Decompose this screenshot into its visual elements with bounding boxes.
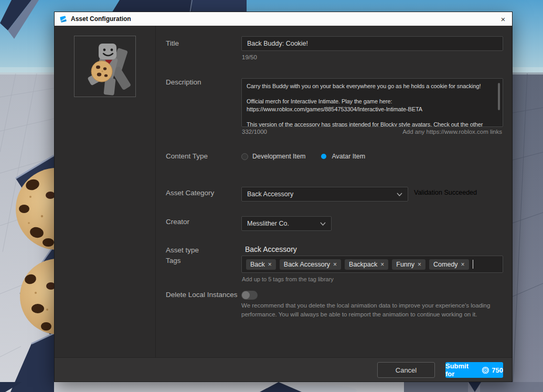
tags-input[interactable]: Back×Back Accessory×Backpack×Funny×Comed… [241,256,503,273]
asset-type-label: Asset type [166,246,199,254]
asset-thumbnail [74,36,136,97]
delete-local-instances-label: Delete Local Instances [166,291,238,299]
chevron-down-icon [397,193,402,196]
description-textarea[interactable]: Carry this Buddy with you on your back e… [241,78,503,127]
roblox-studio-screen: Asset Configuration × [0,0,543,392]
roblox-studio-logo-icon [59,15,67,23]
dialog-titlebar[interactable]: Asset Configuration × [55,12,512,26]
tag-chip-label: Comedy [433,261,458,268]
content-type-options: Development ItemAvatar Item [241,152,365,161]
chevron-down-icon [320,222,326,226]
title-input-value: Back Buddy: Cookie! [247,40,308,47]
dialog-footer: Cancel Submit for 750 [55,357,512,382]
tag-remove-icon[interactable]: × [333,261,337,268]
description-char-counter: 332/1000 [242,129,267,135]
radio-unselected-icon[interactable] [241,153,248,160]
submit-price: 750 [492,366,503,374]
tag-remove-icon[interactable]: × [461,261,465,268]
avatar-with-cookie-image [74,36,135,97]
tag-remove-icon[interactable]: × [380,261,384,268]
title-char-counter: 19/50 [242,54,257,60]
radio-option-label: Development Item [252,153,305,160]
dialog-title: Asset Configuration [71,15,131,23]
tags-hint: Add up to 5 tags from the tag library [242,276,334,282]
asset-category-value: Back Accessory [247,190,293,198]
text-caret [473,260,474,269]
delete-local-instances-description: We recommend that you delete the local a… [241,301,508,319]
tag-chip[interactable]: Comedy× [429,259,469,270]
tags-label: Tags [166,257,181,264]
asset-category-dropdown[interactable]: Back Accessory [241,187,408,202]
column-divider [155,26,156,357]
description-label: Description [166,78,201,86]
creator-dropdown[interactable]: Messlither Co. [241,216,332,231]
robux-icon [482,366,489,374]
tag-chip-label: Backpack [349,261,377,268]
description-value: Carry this Buddy with you on your back e… [242,79,503,127]
tag-chip[interactable]: Funny× [392,259,425,270]
title-label: Title [166,39,179,47]
validation-status: Validation Succeeded [414,189,477,196]
description-scrollbar[interactable] [498,83,500,110]
cancel-button-label: Cancel [396,366,417,374]
radio-option-development-item[interactable]: Development Item [241,153,305,160]
asset-configuration-dialog: Asset Configuration × [54,12,513,382]
close-icon[interactable]: × [494,12,512,26]
content-type-label: Content Type [166,152,208,160]
tag-chip-label: Back Accessory [284,261,330,268]
radio-option-label: Avatar Item [332,153,365,160]
tag-chip-label: Back [250,261,265,268]
creator-value: Messlither Co. [247,220,289,227]
delete-local-instances-toggle[interactable] [241,291,258,300]
tag-chip[interactable]: Back× [246,259,276,270]
submit-button-label: Submit for [445,362,479,378]
toggle-knob [242,291,250,299]
description-links-hint: Add any https://www.roblox.com links [402,129,502,135]
tag-chip[interactable]: Backpack× [345,259,388,270]
tag-chip[interactable]: Back Accessory× [280,259,341,270]
radio-selected-icon[interactable] [321,154,326,159]
tag-chip-label: Funny [396,261,414,268]
tag-remove-icon[interactable]: × [418,261,421,268]
cancel-button[interactable]: Cancel [377,362,435,378]
title-input[interactable]: Back Buddy: Cookie! [241,36,503,51]
asset-type-value: Back Accessory [245,245,297,253]
tag-remove-icon[interactable]: × [268,261,272,268]
radio-option-avatar-item[interactable]: Avatar Item [320,153,365,160]
creator-label: Creator [166,218,189,226]
asset-category-label: Asset Category [166,189,214,197]
submit-button[interactable]: Submit for 750 [445,362,503,378]
